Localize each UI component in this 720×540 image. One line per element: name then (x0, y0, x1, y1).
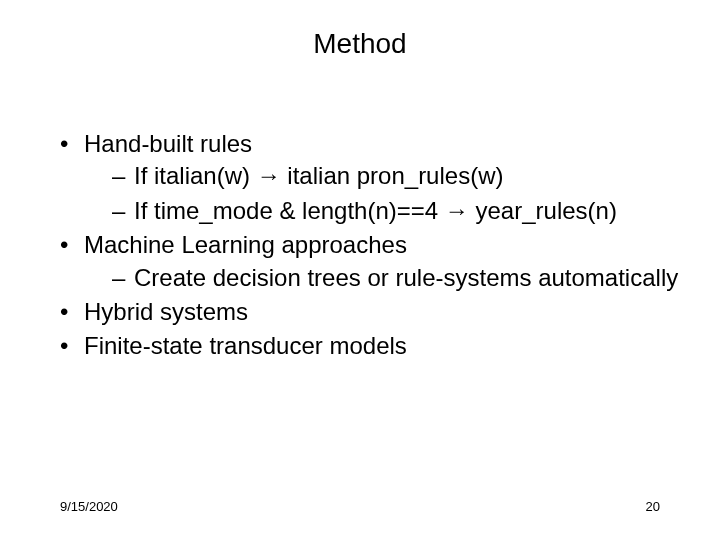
bullet-text: Hand-built rules (84, 130, 252, 157)
sub-text-post: year_rules(n) (469, 197, 617, 224)
footer-page-number: 20 (646, 499, 660, 514)
slide: Method Hand-built rules If italian(w) → … (0, 0, 720, 540)
footer-date: 9/15/2020 (60, 499, 118, 514)
slide-body: Hand-built rules If italian(w) → italian… (60, 128, 680, 365)
sub-list: If italian(w) → italian pron_rules(w) If… (84, 160, 680, 227)
sub-bullet-italian: If italian(w) → italian pron_rules(w) (112, 160, 680, 192)
bullet-text: Finite-state transducer models (84, 332, 407, 359)
bullet-hand-built-rules: Hand-built rules If italian(w) → italian… (60, 128, 680, 227)
sub-bullet-decision-trees: Create decision trees or rule-systems au… (112, 262, 680, 294)
sub-text: Create decision trees or rule-systems au… (134, 264, 678, 291)
arrow-icon: → (257, 162, 281, 189)
sub-text-pre: If italian(w) (134, 162, 257, 189)
bullet-text: Hybrid systems (84, 298, 248, 325)
bullet-hybrid: Hybrid systems (60, 296, 680, 328)
sub-list: Create decision trees or rule-systems au… (84, 262, 680, 294)
sub-text-pre: If time_mode & length(n)==4 (134, 197, 445, 224)
bullet-ml-approaches: Machine Learning approaches Create decis… (60, 229, 680, 294)
bullet-list: Hand-built rules If italian(w) → italian… (60, 128, 680, 363)
sub-text-post: italian pron_rules(w) (281, 162, 504, 189)
bullet-fst: Finite-state transducer models (60, 330, 680, 362)
arrow-icon: → (445, 197, 469, 224)
sub-bullet-timemode: If time_mode & length(n)==4 → year_rules… (112, 195, 680, 227)
slide-title: Method (0, 28, 720, 60)
bullet-text: Machine Learning approaches (84, 231, 407, 258)
